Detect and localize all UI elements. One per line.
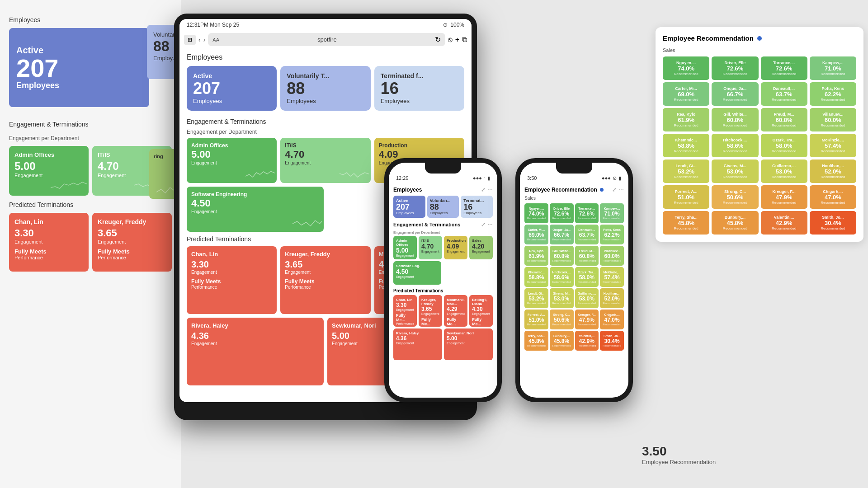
phone1-pred-title: Predicted Terminations (393, 288, 493, 293)
tablet-engagement-title: Engagement & Terminations (187, 118, 464, 125)
phone1-employees-header: Employees ⤢ ⋯ (393, 187, 493, 193)
tablet-url-bar[interactable]: AA spotfire ↻ (208, 33, 445, 46)
right-rec-card-15: McKinzie,... 57.4% Recommended (810, 134, 856, 157)
phone1-pred-belling-score: 4.30 (472, 306, 490, 312)
right-panel-title: Employee Recommendation (663, 34, 856, 42)
phone1-expand-icon[interactable]: ⤢ (481, 187, 486, 193)
phone1-dept-prod-name: Production (447, 239, 465, 243)
tablet-dept-itis: IT/IS 4.70 Engagement (280, 138, 370, 183)
right-rec-card-13: Hitchcock,... 58.6% Recommended (712, 134, 758, 157)
phone1-pred-belling-label: Engagement (472, 312, 490, 315)
tablet-dept-admin-score: 5.00 (191, 149, 272, 160)
phone2-rec-card-7: Potts, Kens 62.2% Recommended (600, 225, 624, 244)
tablet-pred-chan-name: Chan, Lin (191, 251, 272, 258)
phone1-engagement-menu-icon[interactable]: ⋯ (487, 221, 493, 228)
right-rec-card-5: Onque, Ja... 66.7% Recommended (712, 82, 758, 106)
tablet-kpi-active: Active 207 Employees (187, 66, 277, 111)
tablet-share-btn[interactable]: ⎋ (448, 36, 453, 44)
phone1-device: 12:29 ●●● ⋅ ▮ Employees ⤢ ⋯ Active 207 (384, 158, 502, 402)
phone1-kpi-vol-number: 88 (430, 203, 457, 211)
right-rec-card-22: Kreuger, F... 47.9% Recommended (761, 185, 807, 209)
tablet-dept-admin-label: Engagement (191, 160, 272, 165)
phone2-rec-card-11: Villanuev... 60.0% Recommended (600, 246, 624, 266)
right-rec-card-2: Torrance,... 72.6% Recommended (761, 56, 807, 80)
tablet-kpi-vol-label: Voluntarily T... (287, 72, 364, 80)
tablet-dept-row2: Software Engineering 4.50 Engagement (187, 187, 324, 232)
phone1-notch (425, 163, 461, 174)
desktop-pred-kreuger-name: Kreuger, Freddy (98, 218, 166, 225)
phone1-dept-sw-score: 4.50 (396, 268, 439, 275)
tablet-add-btn[interactable]: + (455, 36, 459, 44)
phone2-notch (556, 163, 592, 174)
tablet-refresh-icon[interactable]: ↻ (435, 35, 441, 44)
tablet-pred-chan-perf-label: Performance (191, 285, 272, 290)
tablet-kpi-active-label: Active (193, 72, 270, 80)
desktop-left-panel: Employees Active 207 Employees Voluntari… (0, 0, 181, 488)
desktop-dept-admin: Admin Offices 5.00 Engagement (9, 146, 89, 196)
tablet-pred-chan: Chan, Lin 3.30 Engagement Fully Meets Pe… (187, 246, 277, 314)
desktop-pred-chan-label: Engagement (14, 239, 83, 244)
phone1-content: Employees ⤢ ⋯ Active 207 Employees Volun… (389, 183, 497, 391)
tablet-aa-label: AA (212, 37, 219, 42)
tablet-nav-bar[interactable]: ⊞ ‹ › AA spotfire ↻ ⎋ + ⧉ (179, 31, 472, 48)
tablet-wifi-icon: ⊙ (443, 22, 448, 28)
tablet-kpi-active-sub: Employees (193, 98, 270, 104)
tablet-tabs-btn[interactable]: ⧉ (462, 36, 467, 44)
right-rec-card-7: Potts, Kens 62.2% Recommended (810, 82, 856, 106)
phone1-pred-rivera: Rivera, Haley 4.36 Engagement (393, 328, 442, 360)
right-rec-card-18: Guillarmo,... 53.0% Recommended (761, 160, 807, 183)
phone1-pred-chan-score: 3.30 (396, 302, 414, 308)
desktop-dept-admin-label: Engagement (14, 173, 83, 178)
phone1-menu-icon[interactable]: ⋯ (487, 187, 493, 193)
phone1-pred-moumanil-perf: Fully Me... (447, 317, 465, 326)
tablet-forward-btn[interactable]: › (203, 36, 206, 43)
phone1-engagement-expand-icon[interactable]: ⤢ (481, 221, 486, 228)
tablet-pred-chan-label: Engagement (191, 270, 272, 275)
phone1-pred-belling-perf: Fully Me... (472, 317, 490, 326)
tablet-kpi-row: Active 207 Employees Voluntarily T... 88… (187, 66, 464, 111)
tablet-dept-section: Engagement per Department (187, 129, 464, 135)
right-rec-card-12: Khemmic... 58.8% Recommended (663, 134, 709, 157)
phone2-rec-card-12: Khemmic... 58.8% Recommended (524, 267, 548, 287)
right-rec-card-9: Gill, White... 60.8% Recommended (712, 108, 758, 131)
desktop-pred-chan-perf: Fully Meets (14, 248, 83, 255)
right-rec-card-11: Villanuev... 60.0% Recommended (810, 108, 856, 131)
phone1-kpi-term-sub: Employees (463, 211, 490, 215)
phone2-rec-grid: Nguyen,... 74.0% Recommended Driver, Ell… (524, 203, 624, 351)
desktop-pred-kreuger: Kreuger, Freddy 3.65 Engagement Fully Me… (92, 213, 172, 272)
phone1-dept-row1: Admin Offices 5.00 Engagement IT/IS 4.70… (393, 236, 493, 259)
phone2-rec-card-23: Chigarh,... 47.0% Recommended (600, 310, 624, 329)
desktop-pred-grid: Chan, Lin 3.30 Engagement Fully Meets Pe… (9, 213, 172, 272)
phone2-rec-card-15: McKinzie,... 57.4% Recommended (600, 267, 624, 287)
phone2-rec-card-26: Valentin,... 42.9% Recommended (575, 331, 599, 351)
phone1-kpi-active-sub: Employees (396, 211, 423, 215)
right-panel-dot (757, 36, 762, 41)
phone1-employees-title: Employees (393, 187, 422, 193)
phone2-expand-icon[interactable]: ⤢ (612, 187, 617, 193)
phone2-expand-icons[interactable]: ⤢ ⋯ (612, 187, 624, 193)
tablet-sidebar-btn[interactable]: ⊞ (184, 35, 196, 45)
phone2-rec-card-1: Driver, Elle 72.6% Recommended (550, 203, 574, 223)
tablet-back-btn[interactable]: ‹ (198, 36, 201, 43)
right-panel-subtitle: Sales (663, 47, 856, 53)
right-panel-title-text: Employee Recommendation (663, 34, 754, 42)
phone1-engagement-expand[interactable]: ⤢ ⋯ (481, 221, 493, 228)
tablet-dept-admin: Admin Offices 5.00 Engagement (187, 138, 277, 183)
phone2-dot-icon (600, 188, 604, 192)
phone1-pred-moumanil-score: 4.29 (447, 306, 465, 312)
phone2-status-bar: 3:50 ●●● ⊙ ▮ (520, 174, 628, 183)
phone1-pred-chan-label: Engagement (396, 308, 414, 311)
tablet-dept-sw-label: Engagement (191, 209, 319, 214)
phone1-pred-chan-perf: Fully Me... (396, 313, 414, 322)
phone1-dept-sw-name: Software Eng. (396, 264, 439, 268)
right-rec-card-20: Forrest, A... 51.0% Recommended (663, 185, 709, 209)
desktop-active-sublabel: Employees (16, 81, 142, 90)
phone1-expand-icons[interactable]: ⤢ ⋯ (481, 187, 493, 193)
phone2-menu-icon[interactable]: ⋯ (618, 187, 624, 193)
tablet-admin-spark (245, 168, 275, 179)
bottom-rec-score: 3.50 (642, 444, 716, 459)
right-rec-card-1: Driver, Elle 72.6% Recommended (712, 56, 758, 80)
tablet-kpi-voluntary: Voluntarily T... 88 Employees (280, 66, 370, 111)
tablet-dept-sw-name: Software Engineering (191, 191, 319, 197)
tablet-pred-kreuger-score: 3.65 (285, 259, 366, 270)
